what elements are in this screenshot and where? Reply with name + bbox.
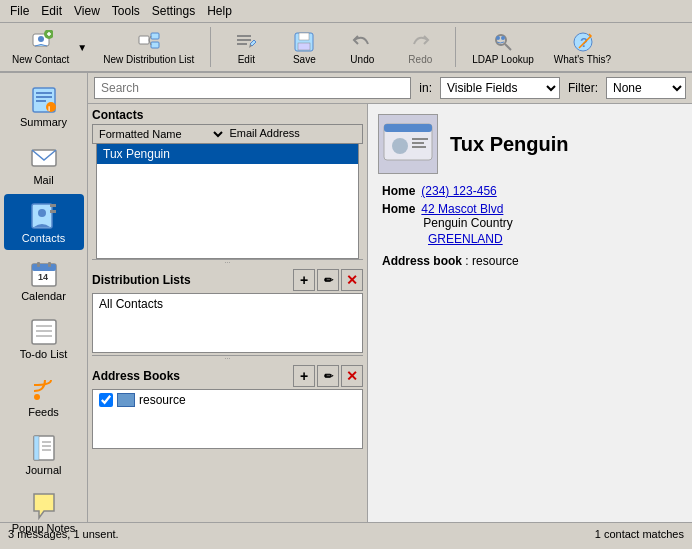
mail-label: Mail [33, 174, 53, 186]
svg-point-30 [38, 209, 46, 217]
toolbar-separator-2 [455, 27, 456, 67]
save-label: Save [293, 54, 316, 65]
contacts-resize-handle[interactable]: ··· [92, 259, 363, 265]
menu-view[interactable]: View [68, 2, 106, 20]
home-address-street[interactable]: 42 Mascot Blvd [421, 202, 512, 216]
svg-rect-14 [299, 33, 309, 40]
undo-icon [350, 30, 374, 54]
home-address-label: Home [382, 202, 415, 216]
search-visible-fields-select[interactable]: Visible Fields [440, 77, 560, 99]
sidebar-item-feeds[interactable]: Feeds [4, 368, 84, 424]
distribution-item[interactable]: All Contacts [93, 294, 362, 314]
add-distribution-button[interactable]: + [293, 269, 315, 291]
svg-point-1 [38, 36, 44, 42]
new-contact-icon [29, 30, 53, 54]
sidebar-item-summary[interactable]: i Summary [4, 78, 84, 134]
statusbar-right: 1 contact matches [595, 528, 684, 540]
undo-button[interactable]: Undo [337, 28, 387, 67]
delete-address-book-button[interactable]: ✕ [341, 365, 363, 387]
new-contact-button[interactable]: New Contact [6, 28, 75, 67]
menu-edit[interactable]: Edit [35, 2, 68, 20]
left-panel: Contacts Formatted Name Email Address Tu… [88, 104, 368, 522]
distrib-resize-handle[interactable]: ··· [92, 355, 363, 361]
address-book-line: Address book : resource [382, 254, 682, 268]
home-phone-value[interactable]: (234) 123-456 [421, 184, 496, 198]
calendar-icon: 14 [28, 258, 60, 290]
add-address-book-button[interactable]: + [293, 365, 315, 387]
svg-rect-25 [36, 100, 46, 102]
ldap-button[interactable]: LDAP Lookup [466, 28, 540, 67]
svg-point-52 [392, 138, 408, 154]
svg-rect-54 [412, 142, 424, 144]
address-books-title: Address Books [92, 369, 180, 383]
svg-rect-35 [37, 262, 40, 267]
summary-icon: i [28, 84, 60, 116]
menu-file[interactable]: File [4, 2, 35, 20]
address-books-section: Address Books + ✏ ✕ resource [92, 365, 363, 449]
ldap-label: LDAP Lookup [472, 54, 534, 65]
svg-point-18 [496, 36, 500, 40]
whats-this-label: What's This? [554, 54, 611, 65]
country-value[interactable]: GREENLAND [428, 232, 503, 246]
menu-tools[interactable]: Tools [106, 2, 146, 20]
edit-icon [234, 30, 258, 54]
svg-rect-51 [384, 124, 432, 132]
menu-settings[interactable]: Settings [146, 2, 201, 20]
todo-label: To-do List [20, 348, 68, 360]
address-book-name: resource [139, 393, 186, 407]
sidebar-item-calendar[interactable]: 14 Calendar [4, 252, 84, 308]
edit-distribution-button[interactable]: ✏ [317, 269, 339, 291]
save-button[interactable]: Save [279, 28, 329, 67]
svg-rect-38 [32, 320, 56, 344]
address-book-checkbox[interactable] [99, 393, 113, 407]
svg-line-17 [505, 44, 511, 50]
svg-rect-24 [36, 96, 52, 98]
contacts-sort-select[interactable]: Formatted Name [93, 125, 226, 143]
contacts-list: Tux Penguin [96, 144, 359, 259]
sidebar-item-mail[interactable]: Mail [4, 136, 84, 192]
sidebar-item-todo[interactable]: To-do List [4, 310, 84, 366]
edit-label: Edit [238, 54, 255, 65]
address-book-item[interactable]: resource [93, 390, 362, 410]
distribution-list: All Contacts [92, 293, 363, 353]
address-book-label: Address book [382, 254, 462, 268]
contact-item[interactable]: Tux Penguin [97, 144, 358, 164]
distribution-lists-section: Distribution Lists + ✏ ✕ All Contacts ··… [92, 269, 363, 361]
svg-rect-31 [50, 204, 56, 207]
sidebar-item-journal[interactable]: Journal [4, 426, 84, 482]
home-phone-label: Home [382, 184, 415, 198]
summary-label: Summary [20, 116, 67, 128]
search-input[interactable] [94, 77, 411, 99]
redo-button[interactable]: Redo [395, 28, 445, 67]
mail-icon [28, 142, 60, 174]
menu-help[interactable]: Help [201, 2, 238, 20]
sidebar-item-contacts[interactable]: Contacts [4, 194, 84, 250]
whats-this-button[interactable]: ? What's This? [548, 28, 617, 67]
delete-distribution-button[interactable]: ✕ [341, 269, 363, 291]
svg-rect-5 [139, 36, 149, 44]
address-book-folder-icon [117, 393, 135, 407]
svg-rect-44 [34, 436, 39, 460]
new-distribution-button[interactable]: New Distribution List [97, 28, 200, 67]
svg-rect-36 [48, 262, 51, 267]
filter-select[interactable]: None [606, 77, 686, 99]
ldap-icon [491, 30, 515, 54]
address-books-list: resource [92, 389, 363, 449]
statusbar: 3 messages, 1 unsent. 1 contact matches [0, 522, 692, 544]
edit-button[interactable]: Edit [221, 28, 271, 67]
svg-rect-53 [412, 138, 428, 140]
journal-icon [28, 432, 60, 464]
journal-label: Journal [25, 464, 61, 476]
address-book-value: resource [472, 254, 519, 268]
svg-rect-23 [36, 92, 52, 94]
edit-address-book-button[interactable]: ✏ [317, 365, 339, 387]
contacts-icon [28, 200, 60, 232]
new-contact-dropdown-arrow[interactable]: ▼ [75, 42, 89, 53]
distribution-lists-buttons: + ✏ ✕ [293, 269, 363, 291]
contacts-section-title: Contacts [92, 108, 363, 122]
statusbar-left: 3 messages, 1 unsent. [8, 528, 119, 540]
sidebar: i Summary Mail [0, 73, 88, 522]
svg-text:i: i [48, 104, 50, 113]
contacts-table-header: Formatted Name Email Address [92, 124, 363, 144]
home-address-city: Penguin Country [423, 216, 512, 230]
